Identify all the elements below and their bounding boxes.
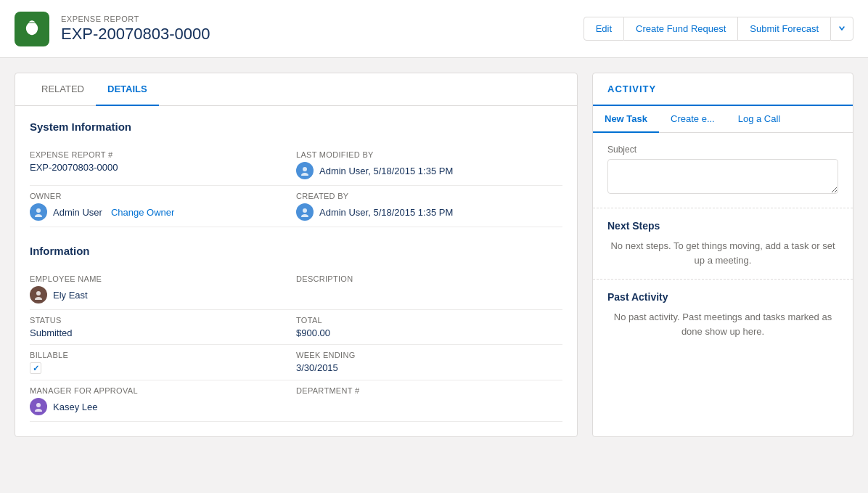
svg-point-12 <box>36 403 41 407</box>
app-icon: $ <box>15 12 49 46</box>
section-divider: Information <box>30 245 562 257</box>
svg-point-11 <box>35 297 42 300</box>
employee-name-field: Employee Name Ely East <box>30 269 296 310</box>
header-text-block: EXPENSE REPORT EXP-20070803-0000 <box>61 15 572 44</box>
manager-value: Kasey Lee <box>30 398 296 415</box>
status-label: Status <box>30 316 296 325</box>
billable-value <box>30 362 296 374</box>
edit-button[interactable]: Edit <box>584 17 624 41</box>
last-modified-label: Last Modified By <box>296 150 562 159</box>
employee-user-row: Ely East <box>30 286 296 303</box>
tab-log-call[interactable]: Log a Call <box>726 106 793 133</box>
svg-text:$: $ <box>30 25 34 32</box>
system-info-fields: Expense Report # EXP-20070803-0000 Last … <box>30 144 562 227</box>
tab-details[interactable]: DETAILS <box>96 73 159 106</box>
past-activity-empty-text: No past activity. Past meetings and task… <box>607 310 838 338</box>
owner-value: Admin User Change Owner <box>30 203 296 221</box>
last-modified-value: Admin User, 5/18/2015 1:35 PM <box>296 162 562 179</box>
last-modified-field: Last Modified By Admin User, 5/18/2015 1… <box>296 144 562 186</box>
svg-point-7 <box>35 214 42 217</box>
owner-avatar <box>30 203 47 221</box>
employee-name-label: Employee Name <box>30 274 296 283</box>
submit-forecast-button[interactable]: Submit Forecast <box>737 17 830 41</box>
manager-link[interactable]: Kasey Lee <box>53 402 97 412</box>
total-value: $900.00 <box>296 327 562 338</box>
week-ending-field: Week Ending 3/30/2015 <box>296 345 562 380</box>
employee-name-value: Ely East <box>30 286 296 303</box>
right-panel: ACTIVITY New Task Create e... Log a Call… <box>592 73 853 437</box>
owner-avatar-icon <box>33 207 44 217</box>
app-label: EXPENSE REPORT <box>61 15 572 23</box>
total-label: Total <box>296 316 562 325</box>
svg-point-4 <box>303 167 307 171</box>
expense-report-number-field: Expense Report # EXP-20070803-0000 <box>30 144 296 186</box>
total-field: Total $900.00 <box>296 310 562 345</box>
past-activity-title: Past Activity <box>607 291 838 303</box>
description-field: Description <box>296 269 562 310</box>
next-steps-empty-text: No next steps. To get things moving, add… <box>607 239 838 267</box>
system-info-title: System Information <box>30 121 562 133</box>
billable-field: Billable <box>30 345 296 380</box>
expense-report-label: Expense Report # <box>30 150 296 159</box>
next-steps-section: Next Steps No next steps. To get things … <box>593 208 853 279</box>
manager-label: Manager For Approval <box>30 386 296 395</box>
information-fields: Employee Name Ely East <box>30 269 562 422</box>
manager-approval-field: Manager For Approval Kasey Lee <box>30 380 296 422</box>
tab-create-event[interactable]: Create e... <box>659 106 726 133</box>
description-label: Description <box>296 274 562 283</box>
svg-point-9 <box>301 214 308 217</box>
manager-avatar-icon <box>33 402 44 412</box>
employee-avatar-icon <box>33 290 44 300</box>
record-title: EXP-20070803-0000 <box>61 25 572 44</box>
employee-name-link[interactable]: Ely East <box>53 290 88 301</box>
information-title: Information <box>30 245 562 257</box>
created-by-field: Created By Admin User, 5/18/2015 1:35 PM <box>296 186 562 227</box>
next-steps-title: Next Steps <box>607 220 838 232</box>
created-by-value: Admin User, 5/18/2015 1:35 PM <box>296 203 562 221</box>
created-by-user-row: Admin User, 5/18/2015 1:35 PM <box>296 203 562 221</box>
created-by-avatar-icon <box>300 207 310 217</box>
last-modified-user-link[interactable]: Admin User, 5/18/2015 1:35 PM <box>319 166 453 176</box>
owner-row: Admin User Change Owner <box>30 203 296 221</box>
chevron-down-icon <box>838 25 846 32</box>
billable-checkbox[interactable] <box>30 362 41 374</box>
money-bag-icon: $ <box>22 19 42 39</box>
subject-input[interactable] <box>607 159 838 194</box>
main-content: RELATED DETAILS System Information Expen… <box>0 58 868 452</box>
activity-tabs: New Task Create e... Log a Call <box>593 106 853 133</box>
owner-link[interactable]: Admin User <box>53 207 102 218</box>
tab-new-task[interactable]: New Task <box>593 106 659 133</box>
status-field: Status Submitted <box>30 310 296 345</box>
created-by-avatar <box>296 203 314 221</box>
week-ending-value: 3/30/2015 <box>296 362 562 373</box>
week-ending-label: Week Ending <box>296 351 562 359</box>
created-by-label: Created By <box>296 192 562 200</box>
owner-label: Owner <box>30 192 296 200</box>
expense-report-value: EXP-20070803-0000 <box>30 162 296 173</box>
svg-point-8 <box>303 208 307 213</box>
activity-header: ACTIVITY <box>593 73 853 106</box>
billable-label: Billable <box>30 351 296 359</box>
page-header: $ EXPENSE REPORT EXP-20070803-0000 Edit … <box>0 0 868 58</box>
past-activity-section: Past Activity No past activity. Past mee… <box>593 279 853 350</box>
department-label: Department # <box>296 386 562 395</box>
change-owner-link[interactable]: Change Owner <box>111 207 174 218</box>
activity-title: ACTIVITY <box>607 83 838 94</box>
last-modified-user-row: Admin User, 5/18/2015 1:35 PM <box>296 162 562 179</box>
svg-point-13 <box>35 409 42 412</box>
left-panel: RELATED DETAILS System Information Expen… <box>15 73 578 437</box>
owner-field: Owner Admin User <box>30 186 296 227</box>
owner-user-row: Admin User <box>30 203 102 221</box>
employee-avatar <box>30 286 47 303</box>
svg-point-5 <box>301 173 308 176</box>
create-fund-request-button[interactable]: Create Fund Request <box>624 17 737 41</box>
admin-avatar-icon <box>300 166 310 176</box>
last-modified-avatar <box>296 162 314 179</box>
actions-dropdown-button[interactable] <box>830 17 853 41</box>
detail-tabs: RELATED DETAILS <box>15 73 577 106</box>
created-by-link[interactable]: Admin User, 5/18/2015 1:35 PM <box>319 207 453 218</box>
department-field: Department # <box>296 380 562 422</box>
tab-related[interactable]: RELATED <box>30 73 96 106</box>
svg-point-10 <box>36 291 41 296</box>
header-actions: Edit Create Fund Request Submit Forecast <box>584 17 853 41</box>
